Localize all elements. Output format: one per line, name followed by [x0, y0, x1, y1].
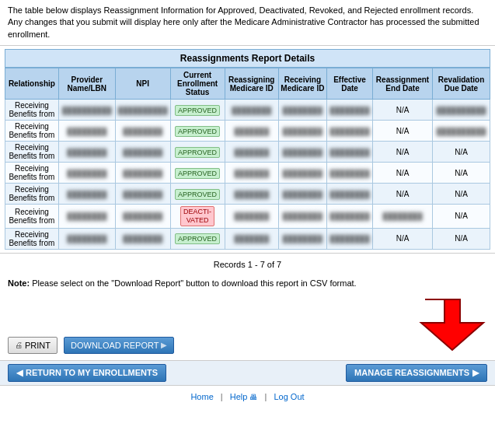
cell-end-date: ████████	[373, 205, 433, 229]
cell-reval-date: ██████████	[433, 121, 490, 142]
reassignments-table: Relationship Provider Name/LBN NPI Curre…	[5, 68, 490, 250]
cell-end-date: N/A	[373, 142, 433, 163]
download-icon: ▶	[161, 341, 167, 349]
cell-npi: ████████	[115, 163, 170, 184]
cell-reassigning-id: ███████	[225, 121, 278, 142]
cell-provider: ████████	[58, 163, 115, 184]
cell-provider: ████████	[58, 142, 115, 163]
cell-provider: ██████████	[58, 100, 115, 121]
cell-provider: ████████	[58, 184, 115, 205]
cell-relationship: Receiving Benefits from	[5, 163, 59, 184]
cell-reassigning-id: ███████	[225, 163, 278, 184]
cell-status: APPROVED	[170, 121, 225, 142]
table-row: Receiving Benefits from ████████ ███████…	[5, 121, 490, 142]
col-header-receiving-id: Receiving Medicare ID	[278, 68, 326, 100]
cell-end-date: N/A	[373, 163, 433, 184]
status-badge: APPROVED	[175, 168, 220, 179]
cell-relationship: Receiving Benefits from	[5, 142, 59, 163]
cell-npi: ████████	[115, 184, 170, 205]
cell-reassigning-id: ███████	[225, 142, 278, 163]
cell-receiving-id: ████████	[278, 228, 326, 249]
print-button[interactable]: 🖨 PRINT	[8, 337, 58, 354]
table-row: Receiving Benefits from ██████████ █████…	[5, 100, 490, 121]
bottom-button-bar: ◀ RETURN TO MY ENROLLMENTS MANAGE REASSI…	[0, 360, 495, 385]
action-area: 🖨 PRINT DOWNLOAD REPORT ▶	[0, 292, 495, 360]
cell-end-date: N/A	[373, 184, 433, 205]
cell-receiving-id: ████████	[278, 184, 326, 205]
button-group: 🖨 PRINT DOWNLOAD REPORT ▶	[8, 337, 174, 354]
cell-status: APPROVED	[170, 163, 225, 184]
cell-status: APPROVED	[170, 184, 225, 205]
footer-logout-link[interactable]: Log Out	[274, 392, 304, 401]
right-arrow-icon: ▶	[472, 368, 479, 378]
cell-end-date: N/A	[373, 121, 433, 142]
cell-status: APPROVED	[170, 100, 225, 121]
cell-effective-date: ████████	[326, 163, 372, 184]
cell-provider: ████████	[58, 205, 115, 229]
records-count: Records 1 - 7 of 7	[0, 253, 495, 275]
col-header-reval-date: Revalidation Due Date	[433, 68, 490, 100]
cell-npi: ████████	[115, 205, 170, 229]
cell-effective-date: ████████	[326, 205, 372, 229]
svg-marker-0	[421, 299, 483, 350]
cell-receiving-id: ████████	[278, 100, 326, 121]
footer-home-link[interactable]: Home	[190, 392, 213, 401]
manage-reassignments-button[interactable]: MANAGE REASSIGNMENTS ▶	[346, 364, 487, 382]
cell-reassigning-id: ███████	[225, 184, 278, 205]
status-badge: APPROVED	[175, 233, 220, 244]
download-report-button[interactable]: DOWNLOAD REPORT ▶	[64, 337, 174, 354]
cell-provider: ████████	[58, 121, 115, 142]
cell-npi: ████████	[115, 142, 170, 163]
status-badge: APPROVED	[175, 147, 220, 158]
cell-reval-date: N/A	[433, 184, 490, 205]
cell-relationship: Receiving Benefits from	[5, 205, 59, 229]
cell-receiving-id: ████████	[278, 205, 326, 229]
cell-status: DEACTI-VATED	[170, 205, 225, 229]
cell-npi: ████████	[115, 228, 170, 249]
cell-reval-date: N/A	[433, 163, 490, 184]
footer-help-link[interactable]: Help 🖶	[230, 392, 260, 401]
cell-receiving-id: ████████	[278, 121, 326, 142]
cell-reval-date: ██████████	[433, 100, 490, 121]
cell-provider: ████████	[58, 228, 115, 249]
cell-reval-date: N/A	[433, 142, 490, 163]
status-badge: DEACTI-VATED	[180, 206, 214, 226]
cell-effective-date: ████████	[326, 121, 372, 142]
col-header-npi: NPI	[115, 68, 170, 100]
help-icon: 🖶	[249, 393, 257, 401]
col-header-end-date: Reassignment End Date	[373, 68, 433, 100]
note-row: Note: Please select on the "Download Rep…	[0, 275, 495, 292]
table-row: Receiving Benefits from ████████ ███████…	[5, 228, 490, 249]
left-arrow-icon: ◀	[16, 368, 23, 378]
status-badge: APPROVED	[175, 105, 220, 116]
cell-relationship: Receiving Benefits from	[5, 184, 59, 205]
cell-receiving-id: ████████	[278, 142, 326, 163]
print-icon: 🖨	[15, 341, 23, 349]
cell-relationship: Receiving Benefits from	[5, 228, 59, 249]
table-row: Receiving Benefits from ████████ ███████…	[5, 163, 490, 184]
footer: Home | Help 🖶 | Log Out	[0, 385, 495, 408]
cell-relationship: Receiving Benefits from	[5, 100, 59, 121]
section-title: Reassignments Report Details	[5, 49, 490, 68]
status-badge: APPROVED	[175, 126, 220, 137]
cell-status: APPROVED	[170, 142, 225, 163]
red-arrow-icon	[417, 296, 487, 354]
cell-end-date: N/A	[373, 228, 433, 249]
cell-effective-date: ████████	[326, 100, 372, 121]
cell-reval-date: N/A	[433, 228, 490, 249]
table-row: Receiving Benefits from ████████ ███████…	[5, 184, 490, 205]
cell-npi: ██████████	[115, 100, 170, 121]
cell-reassigning-id: ███████	[225, 205, 278, 229]
cell-reval-date: N/A	[433, 205, 490, 229]
cell-effective-date: ████████	[326, 142, 372, 163]
table-row: Receiving Benefits from ████████ ███████…	[5, 205, 490, 229]
return-to-enrollments-button[interactable]: ◀ RETURN TO MY ENROLLMENTS	[8, 364, 166, 382]
cell-reassigning-id: ████████	[225, 100, 278, 121]
cell-status: APPROVED	[170, 228, 225, 249]
cell-receiving-id: ████████	[278, 163, 326, 184]
top-info: The table below displays Reassignment In…	[0, 0, 495, 46]
cell-effective-date: ████████	[326, 228, 372, 249]
col-header-effective-date: Effective Date	[326, 68, 372, 100]
table-row: Receiving Benefits from ████████ ███████…	[5, 142, 490, 163]
cell-end-date: N/A	[373, 100, 433, 121]
